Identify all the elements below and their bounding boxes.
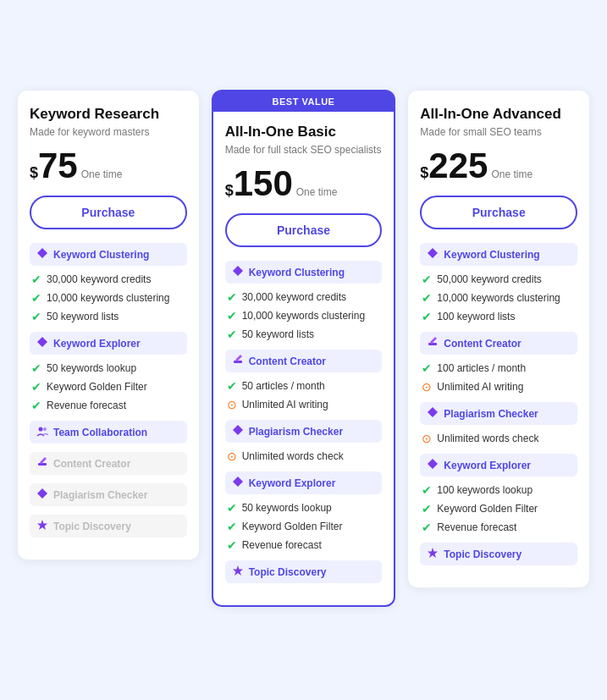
feature-item: ✔ 10,000 keywords clustering (225, 309, 383, 322)
section-label: Content Creator (53, 458, 130, 470)
svg-marker-8 (233, 266, 243, 276)
feature-item: ⊙ Unlimited words check (225, 449, 383, 463)
feature-item: ✔ 50,000 keyword credits (420, 273, 577, 286)
section-icon (36, 425, 48, 439)
svg-marker-1 (37, 337, 47, 347)
feature-text: 50 keyword lists (47, 311, 119, 322)
section-label: Topic Discovery (249, 566, 327, 578)
feature-text: 10,000 keywords clustering (242, 310, 365, 322)
plan-price: $ 150 One time (225, 166, 383, 201)
svg-rect-15 (428, 343, 437, 345)
section-header-plagiarism-checker: Plagiarism Checker (30, 483, 187, 506)
feature-item: ⊙ Unlimited AI writing (225, 398, 383, 411)
section-label: Plagiarism Checker (249, 426, 343, 438)
feature-item: ✔ 10,000 keywords clustering (30, 291, 187, 305)
feature-item: ✔ Keyword Golden Filter (420, 502, 577, 515)
price-dollar: $ (225, 182, 234, 200)
plan-desc: Made for keyword masters (30, 126, 187, 138)
section-icon (36, 488, 48, 502)
feature-item: ✔ Revenue forecast (30, 399, 187, 412)
feature-item: ✔ 50 keywords lookup (225, 501, 383, 515)
svg-marker-16 (430, 337, 437, 344)
price-amount: 75 (38, 148, 78, 184)
svg-marker-10 (235, 355, 242, 361)
section-header-keyword-clustering: Keyword Clustering (225, 261, 383, 284)
feature-text: 50 keyword lists (242, 328, 314, 340)
section-icon (36, 247, 48, 262)
section-icon (232, 424, 244, 438)
feature-item: ✔ 100 articles / month (420, 361, 577, 375)
section-icon (232, 265, 244, 279)
purchase-button[interactable]: Purchase (30, 196, 187, 229)
section-header-keyword-clustering: Keyword Clustering (420, 243, 577, 266)
plan-card-keyword-research: Keyword ResearchMade for keyword masters… (17, 90, 200, 560)
plans-container: Keyword ResearchMade for keyword masters… (17, 90, 590, 607)
purchase-button[interactable]: Purchase (420, 196, 577, 229)
section-icon (427, 336, 439, 350)
section-header-keyword-clustering: Keyword Clustering (30, 243, 187, 266)
svg-rect-9 (234, 361, 242, 363)
purchase-button[interactable]: Purchase (225, 213, 383, 247)
feature-text: 50,000 keyword credits (437, 273, 541, 285)
svg-marker-11 (233, 425, 243, 435)
price-period: One time (491, 168, 533, 180)
section-label: Topic Discovery (444, 548, 521, 560)
pricing-offer (17, 42, 590, 58)
feature-text: Revenue forecast (242, 539, 322, 551)
feature-text: Unlimited words check (437, 433, 538, 444)
price-dollar: $ (420, 164, 428, 182)
plan-card-all-in-one-advanced: All-In-One AdvancedMade for small SEO te… (407, 90, 590, 588)
feature-item: ✔ Revenue forecast (225, 538, 383, 552)
section-header-content-creator: Content Creator (420, 332, 577, 355)
feature-text: 30,000 keyword credits (242, 291, 346, 303)
svg-point-3 (43, 427, 47, 431)
section-icon (232, 354, 244, 368)
feature-text: Revenue forecast (437, 521, 516, 533)
section-icon (232, 476, 244, 490)
feature-item: ✔ 50 keyword lists (225, 328, 383, 341)
section-label: Plagiarism Checker (53, 489, 147, 501)
feature-item: ✔ 50 keywords lookup (30, 361, 187, 375)
feature-item: ✔ Keyword Golden Filter (30, 380, 187, 394)
feature-text: Revenue forecast (47, 400, 126, 411)
feature-item: ✔ Revenue forecast (420, 521, 577, 534)
section-icon (36, 336, 48, 350)
section-header-keyword-explorer: Keyword Explorer (420, 454, 577, 477)
feature-item: ✔ 30,000 keyword credits (30, 273, 187, 286)
feature-item: ✔ 10,000 keywords clustering (420, 291, 577, 305)
feature-text: Unlimited AI writing (242, 399, 328, 411)
feature-text: 10,000 keywords clustering (47, 292, 169, 304)
feature-text: 100 keywords lookup (437, 484, 533, 496)
plan-price: $ 75 One time (30, 148, 187, 184)
section-label: Keyword Clustering (249, 267, 345, 278)
section-label: Team Collaboration (53, 427, 147, 438)
section-icon (427, 547, 439, 561)
plan-name: All-In-One Basic (225, 124, 383, 141)
feature-item: ✔ 50 keyword lists (30, 310, 187, 323)
svg-marker-19 (428, 548, 438, 558)
best-value-badge: BEST VALUE (213, 91, 395, 112)
feature-text: 100 keyword lists (437, 311, 515, 322)
svg-marker-6 (37, 488, 47, 499)
feature-text: 50 keywords lookup (47, 362, 136, 374)
section-header-plagiarism-checker: Plagiarism Checker (225, 420, 383, 443)
section-header-content-creator: Content Creator (30, 452, 187, 475)
section-header-content-creator: Content Creator (225, 350, 383, 372)
svg-marker-14 (428, 248, 438, 258)
plan-name: All-In-One Advanced (420, 106, 577, 123)
feature-item: ⊙ Unlimited words check (420, 432, 577, 445)
svg-marker-0 (37, 248, 47, 258)
svg-marker-7 (37, 520, 47, 530)
feature-text: 10,000 keywords clustering (437, 292, 560, 304)
plan-desc: Made for small SEO teams (420, 126, 577, 138)
section-header-keyword-explorer: Keyword Explorer (30, 332, 187, 355)
feature-text: 50 keywords lookup (242, 502, 332, 514)
plan-price: $ 225 One time (420, 148, 577, 184)
section-icon (427, 458, 439, 472)
feature-item: ✔ 100 keyword lists (420, 310, 577, 323)
svg-marker-13 (233, 565, 243, 576)
svg-rect-4 (38, 463, 47, 466)
svg-marker-17 (428, 407, 438, 417)
plan-desc: Made for full stack SEO specialists (225, 144, 383, 156)
section-icon (427, 406, 439, 421)
